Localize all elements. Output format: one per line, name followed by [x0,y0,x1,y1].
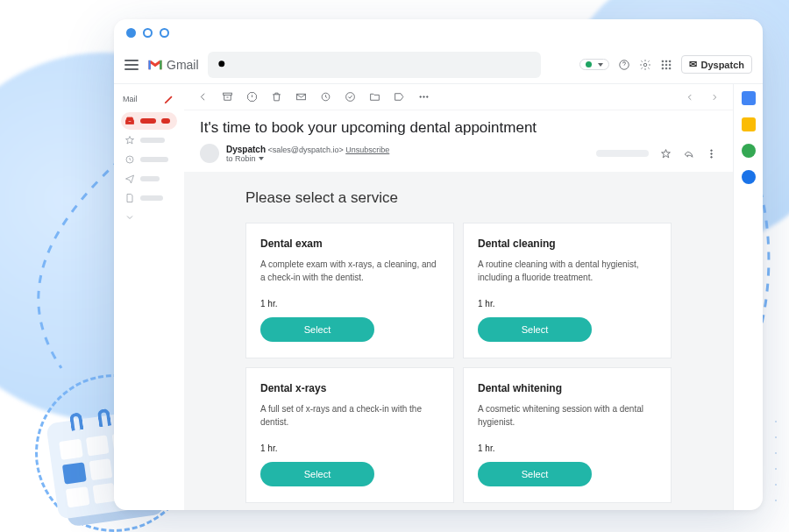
service-card: Dental x-raysA full set of x-rays and a … [245,367,454,503]
svg-point-16 [345,93,354,102]
service-duration: 1 hr. [260,443,439,453]
svg-point-21 [710,153,712,154]
sent-icon [124,174,135,184]
help-icon[interactable] [618,59,630,71]
more-icon[interactable] [417,91,430,103]
right-side-panel [733,84,763,510]
service-duration: 1 hr. [478,443,657,453]
select-button[interactable]: Select [260,462,374,486]
service-desc: A routine cleaning with a dental hygieni… [478,259,657,287]
archive-icon[interactable] [221,91,233,103]
sidepanel-contacts-icon[interactable] [742,170,756,184]
sender-avatar[interactable] [200,144,219,163]
sidebar-item-starred[interactable] [121,131,177,149]
sidebar-item-more[interactable] [121,209,177,226]
svg-point-2 [644,63,648,67]
select-button[interactable]: Select [478,462,592,486]
svg-point-8 [670,64,672,66]
gmail-logo[interactable]: Gmail [147,58,199,72]
svg-point-20 [710,149,712,151]
unsubscribe-link[interactable]: Unsubscribe [345,145,389,154]
sidepanel-keep-icon[interactable] [742,117,756,131]
sidebar-section-label: Mail [123,95,138,103]
window-titlebar [114,19,763,46]
select-button[interactable]: Select [478,317,592,342]
search-icon [217,59,229,71]
next-icon[interactable] [708,91,721,103]
sidebar-item-inbox[interactable] [121,112,177,130]
svg-rect-14 [296,94,305,100]
search-bar[interactable] [208,52,541,78]
search-input[interactable] [236,59,513,71]
window-dot [143,28,153,38]
svg-point-6 [663,64,665,66]
account-button-label: Dyspatch [700,60,744,70]
sidepanel-tasks-icon[interactable] [742,144,756,158]
service-card: Dental cleaningA routine cleaning with a… [463,223,672,358]
window-dot [160,28,169,38]
spam-icon[interactable] [245,91,258,103]
status-pill[interactable] [579,59,609,70]
svg-point-18 [423,96,424,98]
mail-icon: ✉ [689,59,697,70]
service-title: Dental whitening [478,382,657,394]
svg-point-22 [710,156,712,158]
svg-point-4 [666,60,668,62]
snooze-icon[interactable] [319,91,331,103]
service-title: Dental exam [260,238,439,250]
service-desc: A full set of x-rays and a check-in with… [260,403,439,431]
chevron-down-icon[interactable] [259,157,264,160]
chevron-down-icon [598,63,603,67]
svg-point-17 [419,96,421,98]
svg-point-3 [663,60,665,62]
sidebar: Mail [114,84,184,510]
clock-icon [124,154,135,165]
prev-icon[interactable] [684,91,696,103]
menu-icon[interactable] [124,60,139,70]
file-icon [124,193,135,203]
body-heading: Please select a service [245,189,672,207]
email-subject: It's time to book your upcoming dental a… [184,110,733,142]
svg-point-9 [663,67,665,69]
star-icon [124,135,135,145]
svg-point-19 [426,96,428,98]
sidebar-item-drafts[interactable] [121,189,177,207]
service-duration: 1 hr. [478,299,657,309]
star-icon[interactable] [659,147,672,160]
delete-icon[interactable] [270,91,282,103]
sidebar-item-snoozed[interactable] [121,151,177,168]
service-duration: 1 hr. [260,299,439,309]
add-task-icon[interactable] [344,91,356,103]
message-toolbar [184,84,733,110]
apps-grid-icon[interactable] [660,59,672,71]
service-card: Dental whiteningA cosmetic whitening ses… [463,367,672,503]
service-title: Dental x-rays [260,382,439,394]
sidepanel-calendar-icon[interactable] [742,91,756,105]
mark-unread-icon[interactable] [295,91,307,103]
svg-point-11 [670,67,672,69]
service-desc: A complete exam with x-rays, a cleaning,… [260,259,439,287]
more-vert-icon[interactable] [705,147,717,160]
svg-point-5 [670,60,672,62]
search-options-icon[interactable] [520,59,532,71]
reply-icon[interactable] [682,147,694,160]
sender-name: Dyspatch [226,145,266,154]
svg-point-7 [666,64,668,66]
account-button[interactable]: ✉ Dyspatch [681,55,752,74]
service-card: Dental examA complete exam with x-rays, … [245,223,454,358]
sidebar-item-sent[interactable] [121,170,177,188]
settings-gear-icon[interactable] [639,59,651,71]
compose-icon[interactable] [163,93,175,105]
email-body: Please select a service Dental examA com… [184,172,733,510]
window-dot [126,28,136,38]
sender-address: <sales@dyspatch.io> [268,145,344,154]
presence-dot [586,61,592,67]
chevron-down-icon [124,212,135,223]
svg-rect-13 [223,93,231,95]
label-icon[interactable] [393,91,405,103]
back-icon[interactable] [196,91,209,103]
move-icon[interactable] [368,91,380,103]
select-button[interactable]: Select [260,317,374,342]
inbox-icon [124,116,135,126]
gmail-header: Gmail ✉ Dyspatch [114,46,763,84]
